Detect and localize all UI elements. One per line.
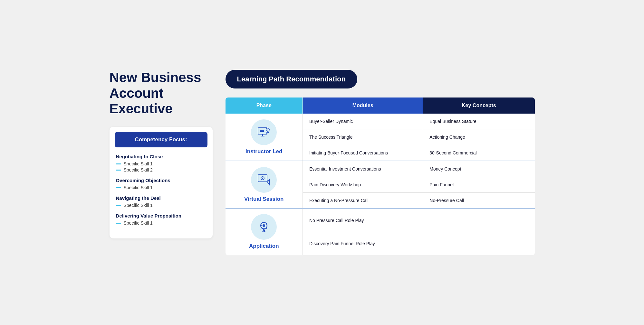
module-cell: Buyer-Seller Dynamic (303, 114, 423, 129)
concept-cell: Pain Funnel (423, 177, 535, 193)
concept-cell: Money Concept (423, 161, 535, 177)
module-cell: Executing a No-Pressure Call (303, 193, 423, 209)
competency-header: Competency Focus: (115, 132, 207, 147)
module-cell: Pain Discovery Workshop (303, 177, 423, 193)
competency-skill: Specific Skill 1 (116, 220, 206, 226)
phase-cell-inner: Virtual Session (232, 167, 296, 202)
table-row: Application No Pressure Call Role Play (226, 209, 535, 232)
competency-group-title: Delivering Value Proposition (116, 213, 206, 218)
phase-cell-inner: Instructor Led (232, 119, 296, 155)
phase-cell: Application (226, 209, 303, 255)
competency-skill: Specific Skill 2 (116, 167, 206, 172)
module-cell: Essential Investment Conversations (303, 161, 423, 177)
phase-cell-inner: Application (232, 214, 296, 249)
right-panel: Learning Path Recommendation Phase Modul… (226, 70, 535, 255)
header-keyconcepts: Key Concepts (423, 98, 535, 114)
svg-point-4 (266, 128, 269, 131)
lp-title: Learning Path Recommendation (226, 70, 357, 88)
svg-point-9 (262, 178, 263, 179)
concept-cell: Equal Business Stature (423, 114, 535, 129)
module-cell: No Pressure Call Role Play (303, 209, 423, 232)
module-cell: Discovery Pain Funnel Role Play (303, 232, 423, 255)
module-cell: Initiating Buyer-Focused Conversations (303, 145, 423, 161)
phase-icon-circle (251, 167, 277, 193)
competency-skill: Specific Skill 1 (116, 161, 206, 166)
competency-group: Overcoming ObjectionsSpecific Skill 1 (116, 178, 206, 190)
competency-group: Delivering Value PropositionSpecific Ski… (116, 213, 206, 226)
phase-icon-circle (251, 119, 277, 145)
concept-cell: No-Pressure Call (423, 193, 535, 209)
phase-icon-circle (251, 214, 277, 240)
competency-group: Navigating the DealSpecific Skill 1 (116, 195, 206, 208)
competency-group-title: Overcoming Objections (116, 178, 206, 183)
table-row: Instructor Led Buyer-Seller DynamicEqual… (226, 114, 535, 129)
competency-body: Negotiating to CloseSpecific Skill 1Spec… (110, 154, 213, 226)
svg-point-11 (263, 224, 265, 227)
phase-cell: Virtual Session (226, 161, 303, 209)
competency-card: Competency Focus: Negotiating to CloseSp… (110, 127, 213, 238)
left-panel: New Business Account Executive Competenc… (110, 70, 213, 255)
phase-label: Virtual Session (244, 196, 284, 202)
concept-cell: Actioning Change (423, 129, 535, 145)
header-phase: Phase (226, 98, 303, 114)
phase-label: Instructor Led (245, 148, 282, 155)
concept-cell (423, 232, 535, 255)
module-cell: The Success Triangle (303, 129, 423, 145)
phase-label: Application (249, 243, 279, 249)
competency-skill: Specific Skill 1 (116, 203, 206, 208)
main-title: New Business Account Executive (110, 70, 213, 116)
competency-group-title: Negotiating to Close (116, 154, 206, 159)
main-container: New Business Account Executive Competenc… (97, 57, 548, 268)
header-modules: Modules (303, 98, 423, 114)
svg-rect-0 (258, 128, 267, 134)
competency-skill: Specific Skill 1 (116, 185, 206, 190)
concept-cell: 30-Second Commercial (423, 145, 535, 161)
concept-cell (423, 209, 535, 232)
table-row: Virtual Session Essential Investment Con… (226, 161, 535, 177)
phase-cell: Instructor Led (226, 114, 303, 161)
competency-group-title: Navigating the Deal (116, 195, 206, 201)
competency-group: Negotiating to CloseSpecific Skill 1Spec… (116, 154, 206, 172)
learning-path-table: Phase Modules Key Concepts (226, 98, 535, 255)
